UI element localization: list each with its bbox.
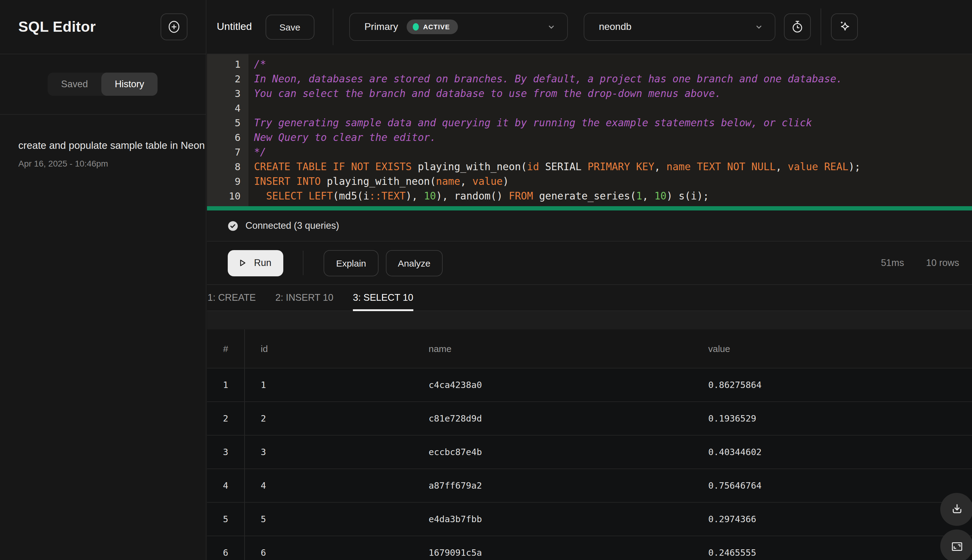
- keyword-token: REAL: [824, 161, 849, 173]
- chevron-down-icon: [545, 21, 557, 33]
- database-select[interactable]: neondb: [584, 13, 775, 41]
- ai-assist-button[interactable]: [831, 13, 858, 40]
- id-cell: 3: [245, 435, 413, 468]
- branch-select[interactable]: Primary ACTIVE: [349, 13, 568, 41]
- code-line[interactable]: /*: [254, 57, 972, 72]
- play-icon: [236, 257, 249, 269]
- table-row: 33eccbc87e4b0.40344602: [207, 435, 972, 468]
- code-token: ,: [642, 190, 654, 202]
- number-token: 10: [654, 190, 666, 202]
- table-row: 22c81e728d9d0.1936529: [207, 402, 972, 435]
- query-stats: 51ms 10 rows: [881, 257, 959, 268]
- row-index-cell: 1: [207, 368, 245, 402]
- row-index-cell: 3: [207, 435, 245, 468]
- line-number: 4: [207, 101, 249, 116]
- branch-status-badge: ACTIVE: [407, 20, 458, 34]
- sql-editor-app: SQL Editor Saved History create and popu…: [0, 0, 972, 560]
- name-cell: c4ca4238a0: [413, 368, 693, 402]
- line-number: 2: [207, 72, 249, 87]
- result-tab-1[interactable]: 1: CREATE: [207, 285, 256, 310]
- keyword-token: value: [472, 176, 502, 187]
- code-line[interactable]: CREATE TABLE IF NOT EXISTS playing_with_…: [254, 160, 972, 175]
- expand-results-button[interactable]: [940, 530, 972, 560]
- result-tab-3[interactable]: 3: SELECT 10: [353, 285, 413, 310]
- row-index-cell: 5: [207, 503, 245, 536]
- code-line[interactable]: INSERT INTO playing_with_neon(name, valu…: [254, 175, 972, 189]
- keyword-token: SELECT LEFT: [266, 190, 333, 202]
- value-cell: 0.86275864: [693, 368, 972, 402]
- row-index-cell: 4: [207, 469, 245, 502]
- code-line[interactable]: Try generating sample data and querying …: [254, 116, 972, 130]
- comment-token: New Query to clear the editor.: [254, 132, 436, 143]
- sidebar-tab-bar: Saved History: [0, 54, 206, 115]
- plus-circle-icon: [167, 20, 181, 34]
- download-results-button[interactable]: [940, 493, 972, 526]
- chevron-down-icon: [753, 21, 765, 33]
- column-header-name: name: [413, 329, 693, 368]
- name-cell: c81e728d9d: [413, 402, 693, 435]
- stopwatch-icon: [790, 20, 805, 34]
- id-cell: 4: [245, 469, 413, 502]
- code-token: playing_with_neon(: [321, 176, 436, 187]
- code-token: ),: [406, 190, 424, 202]
- code-line[interactable]: */: [254, 145, 972, 160]
- code-token: ) s(i);: [666, 190, 709, 202]
- code-line[interactable]: New Query to clear the editor.: [254, 130, 972, 145]
- code-token: (md5(i: [333, 190, 369, 202]
- code-line[interactable]: [254, 101, 972, 116]
- history-list-item[interactable]: create and populate sample table in Neon…: [0, 115, 206, 168]
- query-highlight-bar: [207, 206, 972, 210]
- check-circle-icon: [227, 220, 239, 232]
- keyword-token: value: [788, 161, 818, 173]
- sql-code-editor[interactable]: 12345678910 /*In Neon, databases are sto…: [207, 54, 972, 210]
- code-token: ,: [654, 161, 666, 173]
- code-line[interactable]: In Neon, databases are stored on branche…: [254, 72, 972, 87]
- code-token: ,: [460, 176, 473, 187]
- keyword-token: INSERT INTO: [254, 176, 321, 187]
- code-token: generate_series(: [533, 190, 636, 202]
- status-dot: [413, 23, 419, 30]
- line-number: 1: [207, 57, 249, 72]
- sidebar-header: SQL Editor: [0, 0, 206, 54]
- connection-status-bar: Connected (3 queries): [207, 210, 972, 242]
- query-history-button[interactable]: [784, 13, 811, 40]
- value-cell: 0.1936529: [693, 402, 972, 435]
- result-tab-2[interactable]: 2: INSERT 10: [275, 285, 333, 310]
- tab-saved[interactable]: Saved: [48, 73, 101, 96]
- results-table: # id name value 11c4ca4238a00.8627586422…: [207, 329, 972, 560]
- comment-token: Try generating sample data and querying …: [254, 117, 812, 129]
- id-cell: 2: [245, 402, 413, 435]
- editor-topbar: Untitled Save Primary ACTIVE neondb: [207, 0, 972, 54]
- branch-status-label: ACTIVE: [423, 23, 450, 30]
- column-header-index: #: [207, 329, 245, 368]
- code-token: [691, 161, 697, 173]
- save-button[interactable]: Save: [265, 14, 314, 39]
- tab-history[interactable]: History: [101, 73, 157, 96]
- explain-button[interactable]: Explain: [324, 250, 378, 276]
- code-line[interactable]: SELECT LEFT(md5(i::TEXT), 10), random() …: [254, 189, 972, 204]
- line-number: 5: [207, 116, 249, 130]
- code-line[interactable]: You can select the branch and database t…: [254, 87, 972, 101]
- saved-history-segmented: Saved History: [48, 73, 157, 96]
- comment-token: */: [254, 147, 266, 158]
- row-index-cell: 2: [207, 402, 245, 435]
- keyword-token: FROM: [509, 190, 533, 202]
- history-item-timestamp: Apr 16, 2025 - 10:46pm: [18, 158, 187, 168]
- result-scroll-strip: [207, 311, 972, 329]
- main-panel: Untitled Save Primary ACTIVE neondb: [207, 0, 972, 560]
- topbar-divider: [333, 8, 333, 45]
- toolbar-divider: [303, 251, 304, 275]
- new-query-button[interactable]: [161, 13, 187, 40]
- analyze-button[interactable]: Analyze: [386, 250, 443, 276]
- comment-token: You can select the branch and database t…: [254, 88, 721, 100]
- table-row: 11c4ca4238a00.86275864: [207, 368, 972, 402]
- table-row: 55e4da3b7fbb0.2974366: [207, 502, 972, 536]
- run-button[interactable]: Run: [228, 250, 284, 276]
- code-token: playing_with_neon(: [412, 161, 527, 173]
- column-header-id: id: [245, 329, 413, 368]
- code-area[interactable]: /*In Neon, databases are stored on branc…: [249, 54, 972, 210]
- expand-icon: [950, 539, 964, 553]
- keyword-token: PRIMARY KEY: [588, 161, 654, 173]
- code-token: ), random(): [436, 190, 509, 202]
- code-token: ): [503, 176, 509, 187]
